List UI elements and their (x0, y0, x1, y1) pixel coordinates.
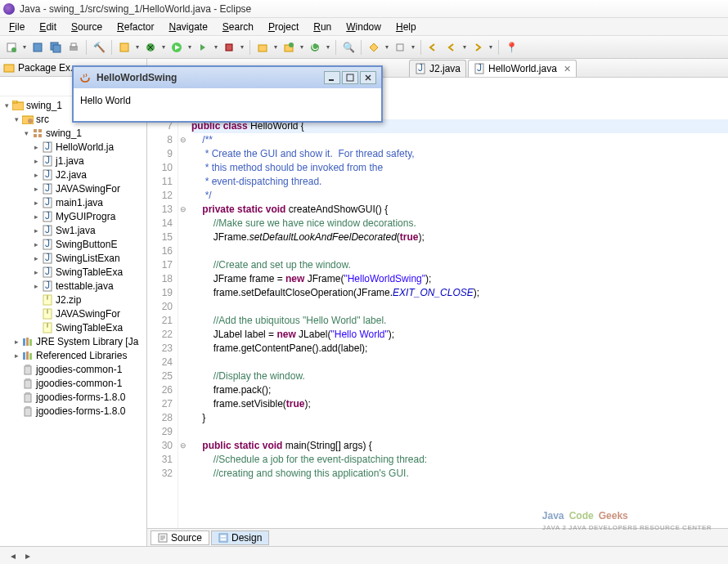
tree-item[interactable]: ▸JSwingTableExa (0, 265, 146, 279)
tree-item[interactable]: ▸JHelloWorld.ja (0, 140, 146, 154)
tree-twist-icon[interactable]: ▸ (31, 213, 41, 221)
back-button[interactable] (443, 39, 460, 56)
menu-run[interactable]: Run (306, 21, 339, 33)
save-button[interactable] (29, 39, 46, 56)
bottom-tab-source[interactable]: Source (151, 530, 209, 545)
tree-twist-icon[interactable]: ▸ (31, 157, 41, 165)
menu-window[interactable]: Window (339, 21, 389, 33)
tree-item[interactable]: ▸Jmain1.java (0, 195, 146, 209)
print-button[interactable] (65, 39, 82, 56)
new-button[interactable] (3, 39, 20, 56)
eclipse-app-icon (3, 3, 15, 15)
tree-twist-icon[interactable]: ▸ (31, 199, 41, 207)
tree-item[interactable]: jgoodies-forms-1.8.0 (0, 404, 146, 418)
save-all-button[interactable] (47, 39, 64, 56)
dropdown-icon[interactable]: ▾ (239, 43, 245, 51)
project-tree[interactable]: ▾swing_1▾src▾swing_1▸JHelloWorld.ja▸Jj1.… (0, 96, 146, 546)
tree-item[interactable]: jgoodies-common-1 (0, 362, 146, 376)
menu-file[interactable]: File (2, 21, 32, 33)
bottom-tab-design[interactable]: Design (211, 530, 269, 545)
dropdown-icon[interactable]: ▾ (213, 43, 219, 51)
tree-item[interactable]: jgoodies-forms-1.8.0 (0, 390, 146, 404)
new-class-button[interactable]: C (307, 39, 323, 56)
swing-titlebar[interactable]: HelloWorldSwing (74, 67, 381, 88)
editor-tab[interactable]: JJ2.java (409, 60, 466, 77)
menu-refactor[interactable]: Refactor (110, 21, 161, 33)
tree-item[interactable]: ▸JRE System Library [Ja (0, 334, 146, 348)
dropdown-icon[interactable]: ▾ (384, 43, 390, 51)
annotation-button[interactable] (392, 39, 408, 56)
menu-source[interactable]: Source (64, 21, 110, 33)
tree-twist-icon[interactable]: ▾ (2, 101, 11, 110)
tree-item[interactable]: ▸JMyGUIProgra (0, 209, 146, 223)
tree-item[interactable]: ▸Referenced Libraries (0, 348, 146, 362)
tree-item[interactable]: JAVASwingFor (0, 307, 146, 320)
tree-twist-icon[interactable]: ▸ (31, 185, 41, 193)
debug-button[interactable] (142, 39, 159, 56)
iconify-button[interactable] (324, 71, 340, 84)
dropdown-icon[interactable]: ▾ (272, 43, 279, 51)
run-last-button[interactable] (195, 39, 211, 56)
tree-twist-icon[interactable]: ▸ (31, 240, 41, 248)
dropdown-icon[interactable]: ▾ (134, 43, 141, 51)
java-icon: J (41, 253, 54, 264)
editor-tab[interactable]: JHelloWorld.java✕ (468, 60, 577, 77)
run-button[interactable] (169, 39, 185, 56)
menu-project[interactable]: Project (261, 21, 306, 33)
tree-item[interactable]: ▸JSw1.java (0, 223, 146, 237)
tree-twist-icon[interactable]: ▸ (31, 143, 41, 151)
pin-button[interactable]: 📍 (503, 39, 519, 56)
dropdown-icon[interactable]: ▾ (325, 43, 331, 51)
tree-item[interactable]: ▸JJAVASwingFor (0, 181, 146, 195)
dropdown-icon[interactable]: ▾ (488, 43, 494, 51)
show-next-button[interactable]: ▸ (21, 549, 34, 562)
menu-help[interactable]: Help (389, 21, 424, 33)
tree-item[interactable]: ▾swing_1 (0, 126, 146, 140)
open-type-button[interactable] (116, 39, 133, 56)
search-button[interactable]: 🔍 (340, 39, 357, 56)
tree-twist-icon[interactable]: ▸ (31, 268, 41, 276)
code-editor[interactable]: 4567891011121314151617181920212223242526… (147, 78, 728, 528)
tree-item[interactable]: J2.zip (0, 293, 146, 307)
fold-gutter[interactable]: ⊖⊖⊖ (178, 78, 188, 528)
code-content[interactable]: import javax.swing.*;public class HelloW… (188, 78, 728, 528)
tree-twist-icon[interactable]: ▸ (31, 282, 41, 290)
zip-icon (41, 308, 54, 320)
tree-item[interactable]: SwingTableExa (0, 320, 146, 334)
show-list-button[interactable]: ◂ (7, 549, 20, 562)
tree-twist-icon[interactable]: ▸ (31, 254, 41, 262)
svg-text:J: J (45, 253, 50, 263)
helloworldswing-window[interactable]: HelloWorldSwing Hello World (72, 65, 383, 123)
forward-button[interactable] (470, 39, 486, 56)
build-button[interactable]: 🔨 (91, 39, 107, 56)
last-edit-button[interactable] (425, 39, 442, 56)
tree-twist-icon[interactable]: ▸ (11, 338, 21, 346)
dropdown-icon[interactable]: ▾ (186, 43, 193, 51)
tree-twist-icon[interactable]: ▸ (31, 226, 41, 235)
dropdown-icon[interactable]: ▾ (160, 43, 167, 51)
tree-twist-icon[interactable]: ▾ (11, 115, 21, 123)
new-java-project-button[interactable] (254, 39, 271, 56)
dropdown-icon[interactable]: ▾ (299, 43, 305, 51)
external-tools-button[interactable] (221, 39, 237, 56)
tree-item[interactable]: ▸JSwingListExan (0, 251, 146, 265)
menu-navigate[interactable]: Navigate (161, 21, 214, 33)
toggle-mark-button[interactable] (366, 39, 382, 56)
tree-item[interactable]: ▸JSwingButtonE (0, 237, 146, 251)
tree-item[interactable]: jgoodies-common-1 (0, 376, 146, 390)
dropdown-icon[interactable]: ▾ (21, 43, 28, 51)
tree-twist-icon[interactable]: ▾ (21, 129, 31, 137)
maximize-button[interactable] (342, 71, 358, 84)
close-icon[interactable]: ✕ (564, 64, 571, 74)
menu-edit[interactable]: Edit (32, 21, 64, 33)
menu-search[interactable]: Search (215, 21, 261, 33)
dropdown-icon[interactable]: ▾ (410, 43, 416, 51)
tree-twist-icon[interactable]: ▸ (31, 171, 41, 179)
dropdown-icon[interactable]: ▾ (461, 43, 468, 51)
tree-item[interactable]: ▸JJ2.java (0, 168, 146, 181)
tree-twist-icon[interactable]: ▸ (11, 351, 21, 360)
tree-item[interactable]: ▸Jtesttable.java (0, 279, 146, 293)
new-package-button[interactable] (281, 39, 297, 56)
tree-item[interactable]: ▸Jj1.java (0, 154, 146, 168)
close-button[interactable] (360, 71, 376, 84)
